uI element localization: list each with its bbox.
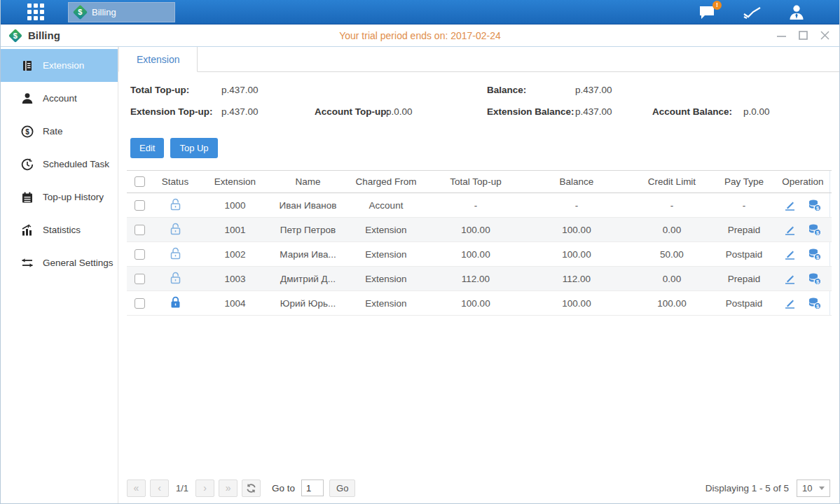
sidebar-item-topup-history[interactable]: Top-up History [1, 181, 118, 214]
sidebar-item-label: Account [43, 93, 77, 104]
sidebar-item-label: Extension [43, 60, 84, 71]
cell-credit-limit: 0.00 [630, 218, 714, 242]
sidebar-item-label: General Settings [43, 258, 113, 268]
billing-window-icon: $ [8, 29, 22, 43]
person-icon [21, 92, 34, 105]
sidebar-item-rate[interactable]: $ Rate [1, 115, 118, 148]
top-up-button[interactable]: Top Up [170, 138, 217, 158]
minimize-icon[interactable] [776, 31, 786, 41]
tab-extension[interactable]: Extension [118, 47, 198, 72]
unlocked-icon [170, 198, 181, 211]
top-up-row-icon[interactable]: $ [808, 272, 822, 285]
account-topup-label: Account Top-up: [315, 106, 390, 117]
table-row: 1002 Мария Ива... Extension 100.00 100.0… [127, 242, 832, 267]
col-extension: Extension [198, 171, 272, 193]
col-status: Status [152, 171, 198, 193]
sidebar-item-statistics[interactable]: Statistics [1, 214, 118, 246]
edit-row-icon[interactable] [784, 200, 796, 211]
notification-badge: ! [712, 1, 722, 10]
cell-pay-type: Postpaid [714, 291, 774, 316]
ledger-icon [21, 59, 34, 72]
go-button[interactable]: Go [329, 479, 355, 497]
taskbar-tab-billing[interactable]: $ Billing [68, 2, 175, 22]
row-checkbox[interactable] [135, 274, 145, 284]
page-size-value: 10 [802, 483, 812, 493]
row-checkbox[interactable] [135, 249, 145, 260]
tab-bar: Extension [118, 47, 839, 72]
row-checkbox[interactable] [135, 200, 145, 211]
cell-total-topup: 100.00 [428, 291, 523, 316]
cell-name: Иван Иванов [272, 193, 344, 218]
toolbar: Edit Top Up [130, 138, 839, 158]
unlocked-icon [170, 223, 181, 235]
cell-balance: 100.00 [523, 218, 630, 242]
cell-charged-from: Account [344, 193, 428, 218]
sidebar-item-label: Rate [43, 126, 63, 136]
dollar-circle-icon: $ [21, 125, 34, 138]
refresh-icon[interactable] [242, 479, 261, 497]
total-topup-value: p.437.00 [221, 85, 259, 95]
row-checkbox[interactable] [135, 298, 145, 309]
top-up-row-icon[interactable]: $ [808, 248, 822, 260]
locked-icon [170, 296, 181, 309]
edit-row-icon[interactable] [784, 273, 796, 285]
table-row: 1004 Юрий Юрь... Extension 100.00 100.00… [127, 291, 832, 316]
calendar-icon [21, 191, 34, 204]
cell-credit-limit: 100.00 [630, 291, 714, 316]
cell-total-topup: 100.00 [428, 218, 523, 242]
balance-summary: Total Top-up: p.437.00 Balance: p.437.00… [118, 72, 839, 135]
select-all-checkbox[interactable] [135, 176, 145, 187]
taskbar-tab-label: Billing [92, 7, 116, 18]
edit-button[interactable]: Edit [130, 138, 164, 158]
resource-monitor-icon[interactable] [743, 5, 762, 20]
first-page-button[interactable]: « [127, 479, 146, 497]
app-grid-icon[interactable] [27, 4, 44, 20]
last-page-button[interactable]: » [219, 479, 237, 497]
cell-balance: 100.00 [523, 242, 630, 267]
col-name: Name [272, 171, 344, 193]
sidebar: Extension Account $ Rate Scheduled Task … [1, 47, 118, 503]
messages-icon[interactable]: ! [698, 4, 717, 21]
edit-row-icon[interactable] [784, 224, 796, 236]
sidebar-item-scheduled-task[interactable]: Scheduled Task [1, 148, 118, 181]
close-icon[interactable] [820, 31, 829, 41]
cell-total-topup: - [428, 193, 523, 218]
goto-page-input[interactable] [301, 479, 324, 496]
sidebar-item-general-settings[interactable]: General Settings [1, 246, 118, 279]
prev-page-button[interactable]: ‹ [150, 479, 169, 497]
cell-charged-from: Extension [344, 267, 428, 291]
top-up-row-icon[interactable]: $ [808, 199, 822, 211]
col-credit-limit: Credit Limit [630, 171, 714, 193]
cell-name: Юрий Юрь... [272, 291, 344, 316]
col-pay-type: Pay Type [714, 171, 774, 193]
col-total-topup: Total Top-up [428, 171, 523, 193]
edit-row-icon[interactable] [784, 298, 796, 309]
extension-topup-value: p.437.00 [221, 106, 259, 117]
maximize-icon[interactable] [798, 31, 808, 41]
cell-extension: 1003 [198, 267, 272, 291]
top-up-row-icon[interactable]: $ [808, 223, 822, 236]
edit-row-icon[interactable] [784, 248, 796, 260]
cell-balance: 100.00 [523, 291, 630, 316]
app-window: $ Billing ! $ Billing Your trial period … [0, 0, 840, 504]
cell-extension: 1000 [198, 193, 272, 218]
top-up-row-icon[interactable]: $ [808, 297, 822, 309]
cell-extension: 1004 [198, 291, 272, 316]
sidebar-item-extension[interactable]: Extension [1, 49, 118, 82]
next-page-button[interactable]: › [195, 479, 214, 497]
cell-pay-type: Prepaid [714, 218, 774, 242]
cell-charged-from: Extension [344, 218, 428, 242]
window-controls [776, 31, 829, 41]
pagination-bar: « ‹ 1/1 › » Go to Go Displaying 1 - 5 of… [127, 478, 830, 498]
page-indicator: 1/1 [176, 483, 188, 493]
svg-text:$: $ [25, 128, 29, 136]
col-charged-from: Charged From [344, 171, 428, 193]
page-size-select[interactable]: 10 [797, 479, 830, 497]
cell-name: Дмитрий Д... [272, 267, 344, 291]
sidebar-item-account[interactable]: Account [1, 82, 118, 115]
row-checkbox[interactable] [135, 225, 145, 235]
cell-extension: 1002 [198, 242, 272, 267]
user-account-icon[interactable] [787, 4, 806, 21]
cell-total-topup: 100.00 [428, 242, 523, 267]
cell-pay-type: Postpaid [714, 242, 774, 267]
